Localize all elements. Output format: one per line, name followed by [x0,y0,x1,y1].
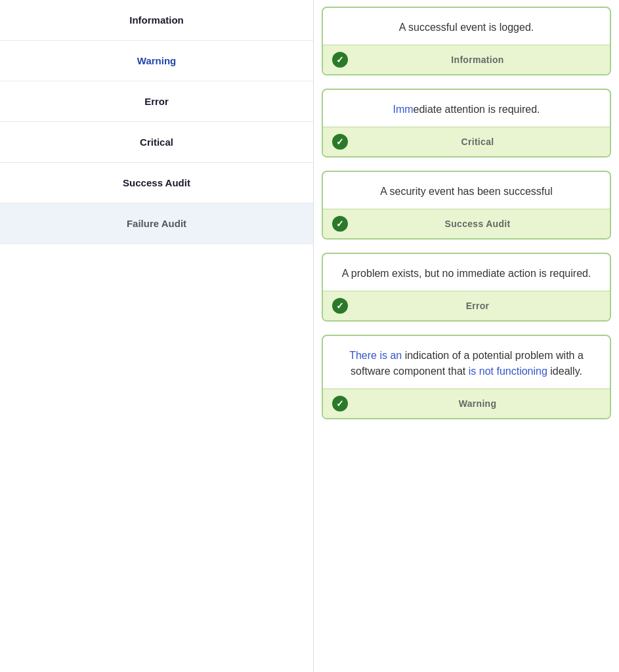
card-label: Success Audit [354,219,601,229]
description-part-blue2: is not functioning [469,366,547,377]
right-panel: A successful event is logged. Informatio… [314,0,619,672]
card-label: Warning [354,398,601,409]
check-icon [332,134,348,150]
card-label-row: Success Audit [323,209,610,238]
card-label: Critical [354,136,601,147]
check-icon [332,216,348,232]
card-description: There is an indication of a potential pr… [323,336,610,388]
sidebar-item-label: Critical [140,136,173,148]
description-text: A security event has been successful [380,186,552,197]
description-text: A problem exists, but no immediate actio… [342,268,591,279]
card-description: A security event has been successful [323,172,610,209]
sidebar-item-label: Error [144,96,169,107]
critical-card: Immediate attention is required. Critica… [322,89,611,158]
card-label-row: Warning [323,388,610,418]
information-card: A successful event is logged. Informatio… [322,7,611,75]
check-icon [332,396,348,411]
card-label: Error [354,301,601,311]
card-label-row: Error [323,291,610,320]
sidebar-item-critical[interactable]: Critical [0,122,313,163]
description-part-normal2: ideally. [547,366,582,377]
warning-card: There is an indication of a potential pr… [322,335,611,419]
description-part-blue: There is an [349,350,404,361]
sidebar-item-error[interactable]: Error [0,81,313,122]
left-panel: Information Warning Error Critical Succe… [0,0,314,672]
sidebar-item-label: Information [129,14,184,26]
sidebar-item-information[interactable]: Information [0,0,313,41]
card-description: A problem exists, but no immediate actio… [323,254,610,291]
card-description: A successful event is logged. [323,8,610,45]
success-audit-card: A security event has been successful Suc… [322,171,611,240]
card-label-row: Information [323,45,610,74]
error-card: A problem exists, but no immediate actio… [322,253,611,322]
sidebar-item-label: Failure Audit [127,218,186,229]
sidebar-item-warning[interactable]: Warning [0,41,313,81]
description-part-blue: Imm [393,104,413,115]
check-icon [332,52,348,68]
description-text: A successful event is logged. [399,22,534,33]
sidebar-item-label: Success Audit [123,177,190,188]
card-label: Information [354,54,601,65]
card-description: Immediate attention is required. [323,90,610,127]
description-part-normal: ediate attention is required. [414,104,540,115]
card-label-row: Critical [323,127,610,156]
check-icon [332,298,348,314]
sidebar-item-failure-audit[interactable]: Failure Audit [0,203,313,244]
sidebar-item-label: Warning [137,55,176,66]
sidebar-item-success-audit[interactable]: Success Audit [0,163,313,203]
